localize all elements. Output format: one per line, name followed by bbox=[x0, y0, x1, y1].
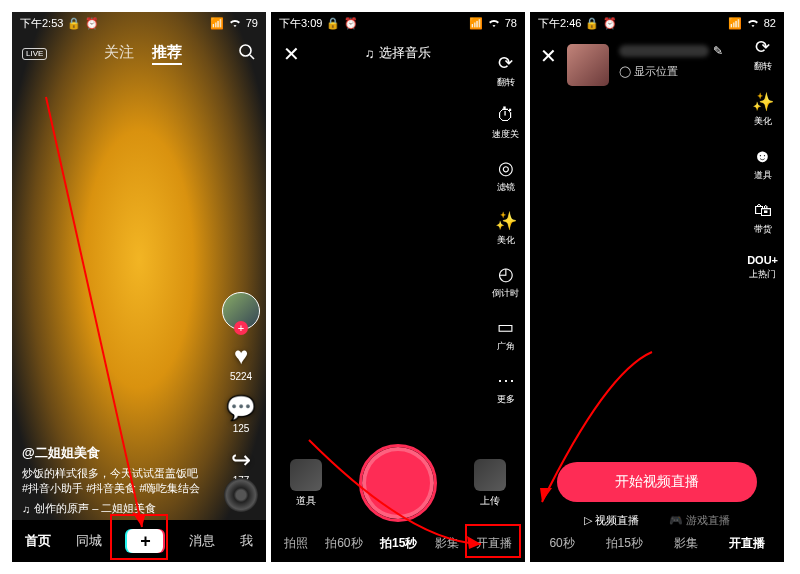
nav-nearby[interactable]: 同城 bbox=[76, 532, 102, 550]
like-icon[interactable]: ♥ bbox=[234, 342, 248, 370]
mode-sixty[interactable]: 拍60秒 bbox=[325, 535, 362, 552]
tool-wide[interactable]: ▭广角 bbox=[492, 316, 519, 353]
signal-icon: 📶 bbox=[469, 17, 483, 30]
wifi-icon bbox=[487, 18, 501, 28]
tool-countdown[interactable]: ◴倒计时 bbox=[492, 263, 519, 300]
top-nav: LIVE 关注 推荐 bbox=[12, 34, 266, 74]
filter-icon: ◎ bbox=[498, 157, 514, 179]
mode-fifteen[interactable]: 拍15秒 bbox=[380, 535, 417, 552]
wifi-icon bbox=[746, 18, 760, 28]
effects-button[interactable]: 道具 bbox=[290, 459, 322, 508]
live-type-video[interactable]: ▷ 视频直播 bbox=[584, 513, 639, 528]
tool-filter[interactable]: ◎滤镜 bbox=[492, 157, 519, 194]
close-icon[interactable]: ✕ bbox=[283, 42, 300, 66]
tab-recommend[interactable]: 推荐 bbox=[152, 43, 182, 65]
tool-speed[interactable]: ⏱速度关 bbox=[492, 105, 519, 141]
svg-marker-5 bbox=[540, 488, 552, 502]
live-type-game[interactable]: 🎮 游戏直播 bbox=[669, 513, 730, 528]
avatar[interactable] bbox=[567, 44, 609, 86]
tool-beauty[interactable]: ✨美化 bbox=[492, 210, 519, 247]
bottom-nav: 首页 同城 + 消息 我 bbox=[12, 520, 266, 562]
share-icon[interactable]: ↪ bbox=[231, 446, 251, 474]
game-icon: 🎮 bbox=[669, 514, 683, 527]
location-label: 显示位置 bbox=[634, 64, 678, 79]
tool-flip[interactable]: ⟳翻转 bbox=[492, 52, 519, 89]
tool-more[interactable]: ⋯更多 bbox=[492, 369, 519, 406]
lock-icon: 🔒 bbox=[585, 17, 599, 30]
record-modes: 60秒 拍15秒 影集 开直播 bbox=[530, 531, 784, 556]
select-music[interactable]: ♫ 选择音乐 bbox=[365, 44, 432, 62]
mode-photo[interactable]: 拍照 bbox=[284, 535, 308, 552]
mode-album[interactable]: 影集 bbox=[674, 535, 698, 552]
caption-user[interactable]: @二姐姐美食 bbox=[22, 444, 206, 462]
status-bar: 下午2:53 🔒 ⏰ 📶 79 bbox=[12, 12, 266, 34]
countdown-icon: ◴ bbox=[498, 263, 514, 285]
record-tools: ⟳翻转 ⏱速度关 ◎滤镜 ✨美化 ◴倒计时 ▭广角 ⋯更多 bbox=[492, 52, 519, 406]
close-icon[interactable]: ✕ bbox=[540, 44, 557, 68]
upload-thumb-icon bbox=[474, 459, 506, 491]
signal-icon: 📶 bbox=[728, 17, 742, 30]
comment-count: 125 bbox=[233, 423, 250, 434]
edit-icon: ✎ bbox=[713, 44, 723, 58]
nav-inbox[interactable]: 消息 bbox=[189, 532, 215, 550]
tab-follow[interactable]: 关注 bbox=[104, 43, 134, 65]
avatar[interactable] bbox=[222, 292, 260, 330]
live-type-row: ▷ 视频直播 🎮 游戏直播 bbox=[530, 513, 784, 528]
tool-effects[interactable]: ☻道具 bbox=[747, 146, 778, 182]
battery-text: 78 bbox=[505, 17, 517, 29]
more-icon: ⋯ bbox=[497, 369, 515, 391]
svg-line-1 bbox=[250, 55, 254, 59]
search-icon[interactable] bbox=[238, 43, 256, 65]
music-label: 选择音乐 bbox=[379, 44, 431, 62]
alarm-icon: ⏰ bbox=[85, 17, 99, 30]
lock-icon: 🔒 bbox=[326, 17, 340, 30]
alarm-icon: ⏰ bbox=[344, 17, 358, 30]
music-text[interactable]: 创作的原声 – 二姐姐美食 bbox=[34, 501, 156, 516]
tool-beauty[interactable]: ✨美化 bbox=[747, 91, 778, 128]
upload-button[interactable]: 上传 bbox=[474, 459, 506, 508]
tool-dou[interactable]: DOU+上热门 bbox=[747, 254, 778, 281]
add-button[interactable]: + bbox=[127, 529, 163, 553]
status-bar: 下午3:09 🔒 ⏰ 📶 78 bbox=[271, 12, 525, 34]
tool-flip[interactable]: ⟳翻转 bbox=[747, 36, 778, 73]
start-live-button[interactable]: 开始视频直播 bbox=[557, 462, 757, 502]
record-modes: 拍照 拍60秒 拍15秒 影集 开直播 bbox=[271, 529, 525, 562]
comment-icon[interactable]: 💬 bbox=[226, 394, 256, 422]
record-button[interactable] bbox=[362, 447, 434, 519]
mode-live[interactable]: 开直播 bbox=[476, 535, 512, 552]
caption-text: 炒饭的样式很多，今天试试蛋盖饭吧 #抖音小助手 #抖音美食 #嗨吃集结会 bbox=[22, 466, 206, 495]
caption-area: @二姐姐美食 炒饭的样式很多，今天试试蛋盖饭吧 #抖音小助手 #抖音美食 #嗨吃… bbox=[22, 444, 206, 516]
live-badge[interactable]: LIVE bbox=[22, 48, 47, 60]
nav-home[interactable]: 首页 bbox=[25, 532, 51, 550]
status-time: 下午2:53 bbox=[20, 16, 63, 31]
screen-start-live: 下午2:46 🔒 ⏰ 📶 82 ✕ ✎ ◯ bbox=[530, 12, 784, 562]
mode-fifteen[interactable]: 拍15秒 bbox=[606, 535, 643, 552]
like-count: 5224 bbox=[230, 371, 252, 382]
title-input[interactable]: ✎ bbox=[619, 44, 723, 58]
dou-icon: DOU+ bbox=[747, 254, 778, 266]
nav-me[interactable]: 我 bbox=[240, 532, 253, 550]
music-note-icon: ♫ bbox=[22, 503, 30, 515]
wifi-icon bbox=[228, 18, 242, 28]
title-blurred bbox=[619, 45, 709, 57]
effects-thumb-icon bbox=[290, 459, 322, 491]
mode-live[interactable]: 开直播 bbox=[729, 535, 765, 552]
mode-album[interactable]: 影集 bbox=[435, 535, 459, 552]
music-note-icon: ♫ bbox=[365, 46, 375, 61]
location-toggle[interactable]: ◯ 显示位置 bbox=[619, 64, 723, 79]
live-setup-header: ✕ ✎ ◯ 显示位置 bbox=[530, 34, 784, 96]
battery-text: 82 bbox=[764, 17, 776, 29]
status-time: 下午2:46 bbox=[538, 16, 581, 31]
wide-icon: ▭ bbox=[497, 316, 514, 338]
mode-sixty[interactable]: 60秒 bbox=[549, 535, 574, 552]
screen-record: 下午3:09 🔒 ⏰ 📶 78 ✕ ♫ 选择音乐 ⟳翻转 ⏱速度关 ◎滤镜 bbox=[271, 12, 525, 562]
tool-goods[interactable]: 🛍带货 bbox=[747, 200, 778, 236]
music-disc[interactable] bbox=[224, 478, 258, 512]
flip-icon: ⟳ bbox=[755, 36, 770, 58]
battery-text: 79 bbox=[246, 17, 258, 29]
flip-icon: ⟳ bbox=[498, 52, 513, 74]
svg-point-0 bbox=[240, 45, 251, 56]
bag-icon: 🛍 bbox=[754, 200, 772, 221]
signal-icon: 📶 bbox=[210, 17, 224, 30]
effects-icon: ☻ bbox=[753, 146, 772, 167]
